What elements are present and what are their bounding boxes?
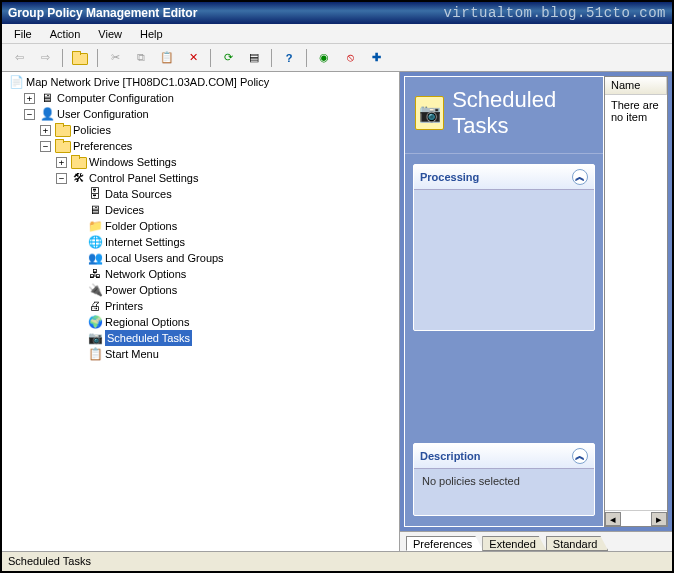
tree-item-label: Printers [105,298,143,314]
delete-button[interactable]: ✕ [182,47,204,69]
item-icon: 🖥 [87,202,103,218]
back-button[interactable]: ⇦ [8,47,30,69]
tree-root[interactable]: 📄 Map Network Drive [TH08DC1.03AD.COM] P… [6,74,397,90]
item-icon: 🗄 [87,186,103,202]
tab-extended[interactable]: Extended [482,536,546,551]
chevron-up-icon[interactable]: ︽ [572,169,588,185]
info-panel-title: Scheduled Tasks [452,87,593,139]
delete-icon: ✕ [189,51,198,64]
separator [97,49,98,67]
tree-item-printers[interactable]: 🖨Printers [70,298,397,314]
tree-item-label: Start Menu [105,346,159,362]
tree-pane[interactable]: 📄 Map Network Drive [TH08DC1.03AD.COM] P… [2,72,400,551]
separator [62,49,63,67]
tree-item-regional-options[interactable]: 🌍Regional Options [70,314,397,330]
item-icon: 🔌 [87,282,103,298]
copy-icon: ⧉ [137,51,145,64]
tree-computer-config[interactable]: + 🖥 Computer Configuration [22,90,397,106]
help-button[interactable]: ? [278,47,300,69]
options-icon: ◉ [319,51,329,64]
tab-standard[interactable]: Standard [546,536,609,551]
properties-button[interactable]: ▤ [243,47,265,69]
stop-button[interactable]: ⦸ [339,47,361,69]
folder-icon [71,155,87,169]
tree-label: Windows Settings [89,154,176,170]
watermark: virtualtom.blog.51cto.com [443,5,666,21]
tree-label: Preferences [73,138,132,154]
tree-user-config[interactable]: − 👤 User Configuration [22,106,397,122]
right-pane: 📷 Scheduled Tasks Processing ︽ [400,72,672,551]
horizontal-scrollbar[interactable]: ◂ ▸ [605,510,667,526]
body-split: 📄 Map Network Drive [TH08DC1.03AD.COM] P… [2,72,672,551]
item-icon: 📁 [87,218,103,234]
chevron-up-icon[interactable]: ︽ [572,448,588,464]
paste-button[interactable]: 📋 [156,47,178,69]
tree-control-panel-settings[interactable]: − 🛠 Control Panel Settings [54,170,397,186]
processing-body [414,190,594,330]
stop-icon: ⦸ [347,51,354,64]
tree-item-devices[interactable]: 🖥Devices [70,202,397,218]
separator [306,49,307,67]
item-icon: 🌍 [87,314,103,330]
tree-item-data-sources[interactable]: 🗄Data Sources [70,186,397,202]
forward-button[interactable]: ⇨ [34,47,56,69]
properties-icon: ▤ [249,51,259,64]
statusbar: Scheduled Tasks [2,551,672,571]
help-icon: ? [286,52,293,64]
description-header[interactable]: Description ︽ [414,444,594,469]
computer-icon: 🖥 [39,90,55,106]
scrollbar-right-button[interactable]: ▸ [651,512,667,526]
menubar: File Action View Help [2,24,672,44]
info-panel-header: 📷 Scheduled Tasks [405,77,603,154]
tree-item-local-users-and-groups[interactable]: 👥Local Users and Groups [70,250,397,266]
menu-view[interactable]: View [90,26,130,42]
options-button[interactable]: ◉ [313,47,335,69]
tree-item-label: Data Sources [105,186,172,202]
toolbar: ⇦ ⇨ ✂ ⧉ 📋 ✕ ⟳ ▤ ? ◉ ⦸ ✚ [2,44,672,72]
tree-policies[interactable]: + Policies [38,122,397,138]
control-panel-icon: 🛠 [71,170,87,186]
tree-item-folder-options[interactable]: 📁Folder Options [70,218,397,234]
user-icon: 👤 [39,106,55,122]
expand-icon[interactable]: + [24,93,35,104]
menu-file[interactable]: File [6,26,40,42]
tree-item-scheduled-tasks[interactable]: 📷Scheduled Tasks [70,330,397,346]
menu-action[interactable]: Action [42,26,89,42]
refresh-button[interactable]: ⟳ [217,47,239,69]
copy-button[interactable]: ⧉ [130,47,152,69]
separator [271,49,272,67]
column-name[interactable]: Name [605,77,667,94]
collapse-icon[interactable]: − [24,109,35,120]
menu-help[interactable]: Help [132,26,171,42]
tree-item-label: Scheduled Tasks [105,330,192,346]
tree-item-label: Folder Options [105,218,177,234]
refresh-icon: ⟳ [224,51,233,64]
up-button[interactable] [69,47,91,69]
group-policy-window: Group Policy Management Editor virtualto… [0,0,674,573]
separator [210,49,211,67]
tabs-row: Preferences Extended Standard [400,531,672,551]
expand-icon[interactable]: + [56,157,67,168]
tree-windows-settings[interactable]: + Windows Settings [54,154,397,170]
item-icon: 🖨 [87,298,103,314]
tree-item-network-options[interactable]: 🖧Network Options [70,266,397,282]
tree-item-label: Local Users and Groups [105,250,224,266]
tree-item-start-menu[interactable]: 📋Start Menu [70,346,397,362]
collapse-icon[interactable]: − [56,173,67,184]
tree-item-power-options[interactable]: 🔌Power Options [70,282,397,298]
expand-icon[interactable]: + [40,125,51,136]
tree-item-internet-settings[interactable]: 🌐Internet Settings [70,234,397,250]
statusbar-text: Scheduled Tasks [8,555,91,567]
list-body[interactable]: There are no item [605,95,667,510]
cut-button[interactable]: ✂ [104,47,126,69]
tree-preferences[interactable]: − Preferences [38,138,397,154]
scrollbar-left-button[interactable]: ◂ [605,512,621,526]
add-button[interactable]: ✚ [365,47,387,69]
add-icon: ✚ [372,51,381,64]
processing-header[interactable]: Processing ︽ [414,165,594,190]
scheduled-tasks-icon: 📷 [415,96,444,130]
forward-icon: ⇨ [41,51,50,64]
collapse-icon[interactable]: − [40,141,51,152]
item-icon: 👥 [87,250,103,266]
tab-preferences[interactable]: Preferences [406,536,483,551]
